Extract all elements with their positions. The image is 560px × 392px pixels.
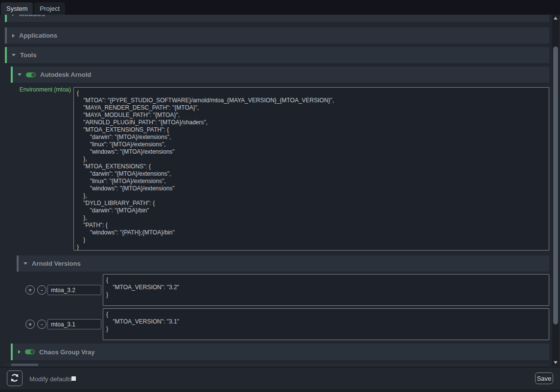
chevron-down-icon: [12, 54, 16, 56]
section-header-modules[interactable]: Modules: [5, 15, 549, 22]
section-header-tools[interactable]: Tools: [5, 47, 549, 63]
save-button[interactable]: Save: [535, 372, 553, 384]
scroll-down-icon[interactable]: [554, 361, 558, 364]
refresh-icon: [10, 373, 19, 384]
modify-defaults-label: Modify defaults: [29, 375, 72, 383]
remove-version-button[interactable]: -: [37, 320, 47, 329]
chevron-right-icon: [12, 15, 15, 16]
settings-scroll-area: Modules Applications Tools Autodesk Arno…: [0, 15, 552, 366]
arnold-enabled-toggle[interactable]: [26, 72, 36, 77]
section-label-modules: Modules: [19, 15, 45, 18]
tab-project[interactable]: Project: [34, 2, 65, 15]
toggle-knob-icon: [30, 350, 34, 354]
horizontal-scrollbar[interactable]: [5, 363, 549, 366]
add-version-button[interactable]: +: [25, 285, 35, 295]
section-label-tools: Tools: [20, 51, 37, 59]
settings-window: System Project Modules Applications Tool…: [0, 0, 560, 392]
vray-enabled-toggle[interactable]: [25, 349, 35, 354]
vertical-scrollbar-thumb[interactable]: [553, 46, 558, 324]
section-label-applications: Applications: [19, 32, 57, 39]
environment-mtoa-label: Environment (mtoa): [11, 86, 71, 93]
section-header-arnold-versions[interactable]: Arnold Versions: [17, 255, 549, 272]
section-header-applications[interactable]: Applications: [5, 27, 549, 44]
add-version-button[interactable]: +: [25, 320, 35, 329]
section-label-arnold-versions: Arnold Versions: [32, 260, 81, 267]
section-header-chaos-group-vray[interactable]: Chaos Group Vray: [11, 344, 549, 360]
chevron-right-icon: [12, 34, 15, 38]
vertical-scrollbar[interactable]: [552, 15, 559, 366]
chevron-right-icon: [18, 350, 21, 354]
chevron-down-icon: [18, 73, 22, 76]
toggle-knob-icon: [31, 73, 35, 77]
section-label-autodesk-arnold: Autodesk Arnold: [40, 71, 91, 78]
tab-bar: System Project: [0, 0, 560, 15]
environment-mtoa-textarea[interactable]: { "MTOA": "{PYPE_STUDIO_SOFTWARE}/arnold…: [73, 87, 549, 251]
window-bottom-edge: [0, 390, 560, 392]
version-value-textarea[interactable]: { "MTOA_VERSION": "3.1" }: [103, 308, 549, 340]
scroll-up-icon[interactable]: [554, 17, 558, 20]
section-header-autodesk-arnold[interactable]: Autodesk Arnold: [11, 67, 549, 83]
section-label-chaos-group-vray: Chaos Group Vray: [39, 348, 94, 356]
tab-system[interactable]: System: [1, 2, 33, 15]
version-value-textarea[interactable]: { "MTOA_VERSION": "3.2" }: [103, 274, 549, 306]
remove-version-button[interactable]: -: [37, 285, 47, 295]
version-key-input[interactable]: [47, 319, 101, 329]
horizontal-scrollbar-thumb[interactable]: [11, 364, 38, 366]
version-key-input[interactable]: [47, 285, 101, 295]
chevron-down-icon: [23, 262, 27, 265]
refresh-button[interactable]: [7, 370, 23, 386]
footer-bar: Modify defaults Save: [0, 367, 560, 392]
modify-defaults-indicator[interactable]: [71, 376, 76, 381]
